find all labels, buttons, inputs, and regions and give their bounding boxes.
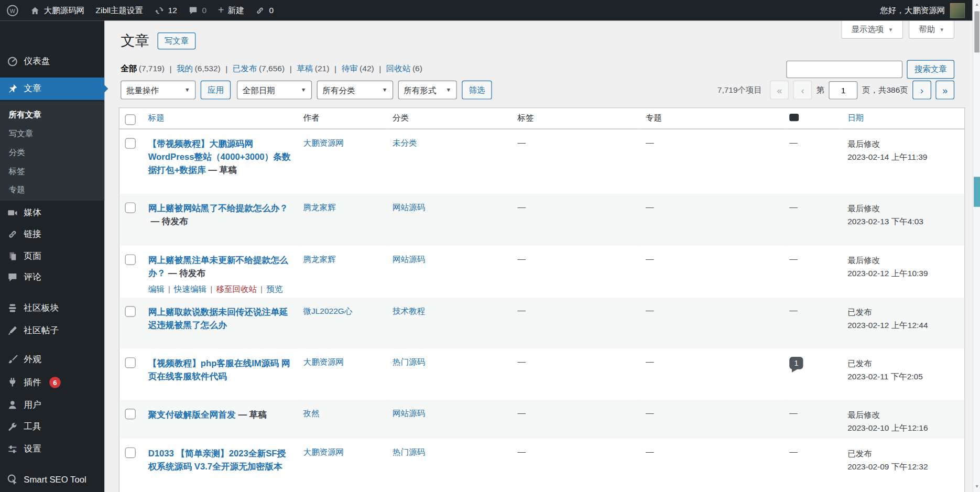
visit-site-link[interactable]: 大鹏源码网 — [30, 5, 84, 16]
sidebar-subitem-add-new[interactable]: 写文章 — [0, 124, 104, 143]
author-link[interactable]: 大鹏资源网 — [303, 357, 344, 367]
sidebar-item-appearance[interactable]: 外观 — [0, 348, 104, 370]
sidebar-item-media[interactable]: 媒体 — [0, 202, 104, 224]
updates-menu[interactable]: 12 — [154, 5, 177, 15]
filter-button[interactable]: 筛选 — [462, 81, 492, 100]
category-filter-select[interactable]: 所有分类 — [317, 81, 393, 100]
sidebar-item-settings[interactable]: 设置 — [0, 438, 104, 461]
wp-logo-menu[interactable]: W — [6, 4, 19, 17]
sidebar-item-zibll-shop[interactable]: Zibll商城 — [0, 490, 104, 492]
select-all-checkbox[interactable] — [125, 114, 136, 125]
category-link[interactable]: 网站源码 — [393, 254, 425, 264]
add-new-post-button[interactable]: 写文章 — [158, 32, 196, 49]
sidebar-item-tools[interactable]: 工具 — [0, 416, 104, 438]
author-link[interactable]: 孜然 — [303, 409, 319, 418]
first-page-button[interactable]: « — [770, 81, 789, 100]
author-link[interactable]: 大鹏资源网 — [303, 447, 344, 457]
search-posts-button[interactable]: 搜索文章 — [907, 60, 954, 79]
row-checkbox[interactable] — [125, 306, 136, 316]
author-link[interactable]: 大鹏资源网 — [303, 138, 344, 147]
prev-page-button[interactable]: ‹ — [793, 81, 812, 100]
post-title-link[interactable]: D1033 【简单亲测】2023全新SF授权系统源码 V3.7全开源无加密版本 — [148, 448, 286, 471]
post-title-link[interactable]: 网上赌取款说数据未回传还说注单延迟违规被黑了怎么办 — [148, 307, 288, 330]
plugin-icon — [7, 377, 18, 388]
sidebar-subitem-all-posts[interactable]: 所有文章 — [0, 106, 104, 125]
category-link[interactable]: 热门源码 — [393, 447, 425, 457]
sort-title-header[interactable]: 标题 — [148, 113, 165, 123]
date-value: 2023-02-12 上午12:44 — [847, 321, 928, 330]
scrollbar-thumb[interactable] — [974, 11, 979, 52]
link-count: 0 — [269, 6, 274, 15]
search-input[interactable] — [786, 61, 902, 78]
date-value: 2023-02-11 下午2:05 — [847, 372, 923, 381]
next-page-button[interactable]: › — [912, 81, 931, 100]
category-link[interactable]: 网站源码 — [393, 202, 425, 212]
filter-mine[interactable]: 我的(6,532) — [177, 64, 221, 73]
sidebar-item-links[interactable]: 链接 — [0, 223, 104, 246]
sidebar-item-users[interactable]: 用户 — [0, 393, 104, 416]
zibll-theme-menu[interactable]: Zibll主题设置 — [95, 5, 143, 16]
author-link[interactable]: 腾龙家辉 — [303, 202, 335, 212]
sidebar-item-smart-seo-tool[interactable]: Smart SEO Tool — [0, 468, 104, 490]
screen-options-button[interactable]: 显示选项 ▼ — [841, 20, 903, 39]
sidebar-subitem-categories[interactable]: 分类 — [0, 143, 104, 162]
filter-trash[interactable]: 回收站(6) — [386, 64, 422, 73]
edit-link[interactable]: 编辑 — [148, 285, 165, 294]
tags-header: 标签 — [513, 108, 640, 128]
screen-meta-links: 显示选项 ▼ 帮助 ▼ — [841, 20, 954, 39]
apply-button[interactable]: 应用 — [201, 81, 231, 100]
new-content-menu[interactable]: + 新建 — [218, 5, 244, 16]
category-link[interactable]: 网站源码 — [393, 409, 425, 418]
paging-label-before: 第 — [816, 84, 825, 95]
scroll-down-icon[interactable]: ▼ — [973, 483, 980, 491]
filter-drafts[interactable]: 草稿(21) — [297, 64, 329, 73]
comments-value: — — [789, 137, 798, 147]
home-icon — [30, 5, 40, 15]
date-filter-select[interactable]: 全部日期 — [237, 81, 312, 100]
row-checkbox[interactable] — [125, 202, 136, 213]
filter-pending[interactable]: 待审(42) — [342, 64, 374, 73]
row-checkbox[interactable] — [125, 138, 136, 148]
posts-submenu: 所有文章 写文章 分类 标签 专题 — [0, 101, 104, 201]
post-title-link[interactable]: 网上赌被网站黑了不给提款怎么办？ — [148, 203, 288, 213]
quick-edit-link[interactable]: 快速编辑 — [174, 285, 206, 294]
row-checkbox[interactable] — [125, 357, 136, 368]
row-checkbox[interactable] — [125, 409, 136, 419]
post-title-link[interactable]: 【视频教程】php客服在线IM源码 网页在线客服软件代码 — [148, 358, 290, 381]
comments-menu[interactable]: 0 — [188, 5, 206, 15]
sidebar-item-dashboard[interactable]: 仪表盘 — [0, 50, 104, 72]
sidebar-item-forum-sections[interactable]: 社区板块 — [0, 297, 104, 319]
sidebar-item-plugins[interactable]: 插件 6 — [0, 371, 104, 393]
sidebar-subitem-topics[interactable]: 专题 — [0, 181, 104, 200]
sidebar-item-pages[interactable]: 页面 — [0, 245, 104, 267]
comment-count-bubble[interactable]: 1 — [789, 357, 803, 369]
bulk-action-select[interactable]: 批量操作 — [121, 81, 195, 100]
category-link[interactable]: 热门源码 — [393, 357, 425, 367]
post-state: — 待发布 — [150, 216, 188, 226]
category-link[interactable]: 未分类 — [393, 138, 417, 147]
sidebar-item-comments[interactable]: 评论 — [0, 266, 104, 289]
sidebar-subitem-tags[interactable]: 标签 — [0, 162, 104, 181]
trash-link[interactable]: 移至回收站 — [216, 285, 257, 294]
last-page-button[interactable]: » — [935, 81, 954, 100]
pending-links-menu[interactable]: 0 — [255, 5, 274, 15]
scroll-up-icon[interactable]: ▲ — [973, 0, 980, 9]
current-page-input[interactable] — [829, 81, 858, 99]
account-greeting[interactable]: 您好，大鹏资源网 — [880, 5, 945, 16]
filter-published[interactable]: 已发布(7,656) — [233, 64, 285, 73]
filter-all[interactable]: 全部(7,719) — [121, 64, 165, 73]
author-link[interactable]: 腾龙家辉 — [303, 254, 335, 264]
author-link[interactable]: 微JL2022G心 — [303, 306, 352, 315]
row-checkbox[interactable] — [125, 254, 136, 265]
sliders-icon — [7, 444, 18, 455]
row-checkbox[interactable] — [125, 447, 136, 458]
post-title-link[interactable]: 聚支付破解版全网首发 — [148, 409, 236, 419]
media-icon — [7, 207, 18, 218]
preview-link[interactable]: 预览 — [266, 285, 282, 294]
sidebar-item-forum-posts[interactable]: 社区帖子 — [0, 319, 104, 342]
sort-date-header[interactable]: 日期 — [847, 113, 864, 123]
category-link[interactable]: 技术教程 — [393, 306, 425, 315]
sidebar-item-posts[interactable]: 文章 — [0, 78, 104, 100]
format-filter-select[interactable]: 所有形式 — [398, 81, 457, 100]
help-button[interactable]: 帮助 ▼ — [909, 20, 954, 39]
